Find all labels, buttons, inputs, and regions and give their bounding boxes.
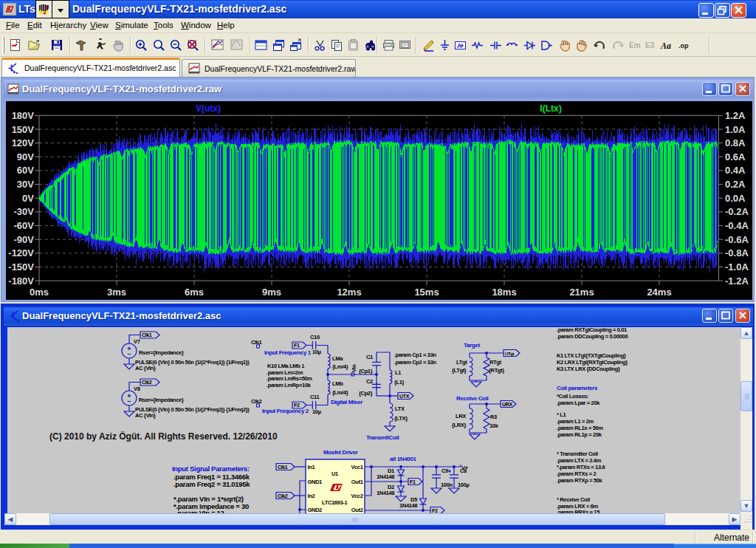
svg-text:RTgt: RTgt xyxy=(489,359,502,366)
svg-text:10µ: 10µ xyxy=(312,349,321,355)
svg-text:Digital Mixer: Digital Mixer xyxy=(331,399,362,405)
svg-text:.param LTX = 2.4m: .param LTX = 2.4m xyxy=(557,457,602,464)
svg-text:Rser={Impedance}: Rser={Impedance} xyxy=(139,397,184,403)
svg-text:Mosfet Driver: Mosfet Driver xyxy=(323,449,358,456)
svg-text:1N4148: 1N4148 xyxy=(377,490,394,496)
svg-text:Out2: Out2 xyxy=(351,507,363,513)
svg-text:.param RTXs = 2: .param RTXs = 2 xyxy=(557,470,596,477)
svg-text:K10 LMa LMb 1: K10 LMa LMb 1 xyxy=(267,363,304,369)
svg-text:AC {VIn}: AC {VIn} xyxy=(135,365,156,371)
svg-text:{L1}: {L1} xyxy=(394,379,405,386)
svg-text:TransmitCoil: TransmitCoil xyxy=(366,434,399,441)
svg-text:* Transmitter Coil: * Transmitter Coil xyxy=(557,451,598,457)
svg-text:-0.6A: -0.6A xyxy=(725,234,749,245)
svg-text:V7: V7 xyxy=(134,338,140,345)
svg-text:all 1N4001: all 1N4001 xyxy=(390,456,417,462)
svg-text:Vcc2: Vcc2 xyxy=(351,493,362,499)
svg-text:.op: .op xyxy=(678,42,689,49)
svg-text:0ms: 0ms xyxy=(30,287,49,298)
svg-text:-1.0A: -1.0A xyxy=(725,261,749,273)
svg-text:V8: V8 xyxy=(134,386,140,392)
svg-text:1N4148: 1N4148 xyxy=(377,473,394,480)
svg-text:-150V: -150V xyxy=(8,261,34,273)
svg-text:F2: F2 xyxy=(432,508,438,513)
svg-text:In2: In2 xyxy=(308,493,315,499)
svg-text:F1: F1 xyxy=(294,343,300,348)
svg-text:-0.2A: -0.2A xyxy=(725,206,749,217)
svg-text:3ms: 3ms xyxy=(107,287,126,298)
svg-text:-180V: -180V xyxy=(8,275,34,287)
svg-text:-120V: -120V xyxy=(8,247,34,258)
svg-text:R3: R3 xyxy=(490,414,497,420)
svg-text:{LTX}: {LTX} xyxy=(394,415,408,422)
svg-text:Input Frequency 2: Input Frequency 2 xyxy=(262,408,309,414)
svg-text:{Lm/4}: {Lm/4} xyxy=(332,363,348,370)
svg-text:-30V: -30V xyxy=(14,206,35,217)
svg-text:Clk1: Clk1 xyxy=(142,332,152,338)
svg-text:LTX: LTX xyxy=(395,405,405,412)
svg-text:1.2A: 1.2A xyxy=(725,110,746,121)
svg-text:C1: C1 xyxy=(366,354,373,360)
svg-text:.param L1 = 2m: .param L1 = 2m xyxy=(557,418,594,425)
svg-text:15ms: 15ms xyxy=(414,287,439,298)
svg-text:.param Cp1 = 33n: .param Cp1 = 33n xyxy=(394,352,436,358)
svg-text:GND2: GND2 xyxy=(308,507,323,513)
svg-text:{LTgt}: {LTgt} xyxy=(452,367,467,374)
svg-text:F1: F1 xyxy=(410,479,416,484)
svg-text:{Lm/4}: {Lm/4} xyxy=(332,389,348,396)
svg-text:{LRX}: {LRX} xyxy=(452,422,467,428)
svg-text:Clk2: Clk2 xyxy=(142,380,152,385)
svg-text:.param Freq2 = 31.0195k: .param Freq2 = 31.0195k xyxy=(173,480,250,488)
svg-text:AC {VIn}: AC {VIn} xyxy=(135,412,156,419)
svg-text:C9: C9 xyxy=(441,467,448,474)
svg-text:C8: C8 xyxy=(460,467,467,474)
svg-text:*Coil Losses:: *Coil Losses: xyxy=(557,393,588,400)
svg-text:60V: 60V xyxy=(17,165,34,176)
svg-text:0.4A: 0.4A xyxy=(725,165,746,176)
svg-text:C11: C11 xyxy=(310,394,319,400)
svg-text:V(utx): V(utx) xyxy=(196,103,221,114)
svg-text:30V: 30V xyxy=(17,179,34,190)
svg-text:100n: 100n xyxy=(441,482,453,488)
svg-text:120V: 120V xyxy=(12,137,35,148)
svg-text:21ms: 21ms xyxy=(569,287,594,298)
svg-text:.param RTXp = 50k: .param RTXp = 50k xyxy=(557,477,603,484)
svg-text:I(Ltx): I(Ltx) xyxy=(540,103,561,114)
svg-text:E3: E3 xyxy=(645,41,655,49)
svg-text:.param Lpar = 20k: .param Lpar = 20k xyxy=(557,400,600,406)
svg-text:-90V: -90V xyxy=(14,234,35,245)
svg-text:12ms: 12ms xyxy=(337,287,361,298)
svg-text:-1.2A: -1.2A xyxy=(725,275,749,287)
svg-text:.param LmRp=10k: .param LmRp=10k xyxy=(267,382,312,388)
svg-text:Input Frequency 1: Input Frequency 1 xyxy=(264,349,312,356)
svg-text:180V: 180V xyxy=(12,110,35,121)
svg-text:100µ: 100µ xyxy=(458,482,469,488)
svg-text:L1: L1 xyxy=(395,369,401,376)
svg-text:1.0A: 1.0A xyxy=(725,124,746,135)
svg-text:.param Cp2 = 33n: .param Cp2 = 33n xyxy=(394,359,436,366)
svg-text:Receive Coil: Receive Coil xyxy=(456,395,489,402)
svg-text:LTC1693-1: LTC1693-1 xyxy=(322,499,347,506)
svg-text:UTX: UTX xyxy=(399,394,410,399)
svg-text:K1 LTX LTgt{TXTgtCoupling}: K1 LTX LTgt{TXTgtCoupling} xyxy=(557,352,626,359)
svg-text:Coil parameters: Coil parameters xyxy=(557,385,598,391)
svg-text:0.0A: 0.0A xyxy=(725,193,746,204)
svg-text:{Cp2}: {Cp2} xyxy=(359,390,373,397)
svg-text:9ms: 9ms xyxy=(262,287,281,298)
svg-text:*.param RTXs = 13.6: *.param RTXs = 13.6 xyxy=(557,464,605,470)
svg-text:LMb: LMb xyxy=(332,380,343,387)
svg-text:C10: C10 xyxy=(310,334,320,340)
svg-text:Aa: Aa xyxy=(660,41,671,51)
svg-text:K3 LTX LRX {DDCoupling}: K3 LTX LRX {DDCoupling} xyxy=(557,366,620,372)
svg-text:LTgt: LTgt xyxy=(456,359,467,366)
svg-text:24ms: 24ms xyxy=(647,287,671,298)
svg-text:0.2A: 0.2A xyxy=(725,179,746,190)
svg-text:10k: 10k xyxy=(489,422,499,429)
svg-text:0V: 0V xyxy=(22,193,34,204)
svg-text:Clk2: Clk2 xyxy=(278,493,288,499)
svg-text:150V: 150V xyxy=(12,124,35,135)
svg-text:C2: C2 xyxy=(366,378,373,385)
svg-text:U1: U1 xyxy=(331,470,338,477)
svg-text:90V: 90V xyxy=(17,151,34,162)
svg-text:-60V: -60V xyxy=(14,220,35,231)
